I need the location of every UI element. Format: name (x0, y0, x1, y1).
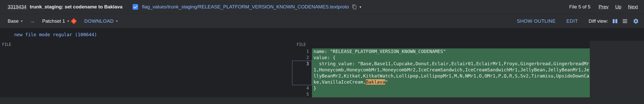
file-mode-text: new file mode regular (100644) (14, 32, 97, 37)
diff-view-controls: Diff view: (589, 18, 639, 24)
line-number-selected[interactable]: 3 (292, 61, 312, 85)
base-dropdown-label: Base (8, 18, 19, 24)
left-empty-cell (16, 48, 292, 55)
line-number[interactable]: 2 (292, 55, 312, 61)
diff-line-row: 2 value: { (0, 55, 590, 61)
chevron-down-icon: ▾ (67, 19, 69, 23)
diff-view-label: Diff view: (589, 18, 608, 24)
prev-file-link[interactable]: Prev (599, 4, 609, 10)
diff-line-row: 5 (0, 91, 590, 97)
patchset-range-arrow: → (30, 18, 35, 24)
code-line-added: string_value: "Base,Base11,Cupcake,Donut… (312, 61, 590, 85)
left-empty-cell (16, 55, 292, 61)
diff-file-header-row: FILE FILE (0, 41, 590, 48)
file-navigation: File 5 of 5 Prev Up Next (569, 4, 638, 10)
copy-icon[interactable] (352, 4, 357, 9)
diff-preferences-gear-icon[interactable] (633, 18, 639, 24)
up-link[interactable]: Up (615, 4, 621, 10)
file-mode-row: new file mode regular (100644) (0, 28, 644, 41)
diff-right-file-header: FILE (292, 42, 312, 47)
added-word-highlight: Baklava (366, 79, 385, 85)
code-line-added: } (312, 85, 590, 91)
file-dropdown-caret-icon[interactable]: ▾ (360, 5, 361, 9)
side-by-side-view-button[interactable] (612, 18, 618, 24)
line-number[interactable]: 5 (292, 91, 312, 97)
line-number[interactable]: 4 (292, 85, 312, 91)
file-path-link[interactable]: flag_values/trunk_staging/RELEASE_PLATFO… (142, 4, 349, 10)
code-line-added: value: { (312, 55, 590, 61)
toolbar-right-actions: SHOW OUTLINE EDIT Diff view: (517, 18, 639, 24)
chevron-down-icon: ▾ (116, 19, 118, 23)
code-line-added (312, 91, 590, 97)
next-file-link[interactable]: Next (628, 4, 638, 10)
left-empty-cell (16, 61, 292, 85)
patchset-dropdown-label: Patchset 1 (42, 18, 65, 24)
code-line-added: name: "RELEASE_PLATFORM_VERSION_KNOWN_CO… (312, 48, 590, 55)
base-patchset-dropdown[interactable]: Base ▾ (8, 18, 23, 24)
left-empty-cell (16, 85, 292, 91)
download-button[interactable]: DOWNLOAD ▾ (84, 18, 118, 24)
edit-button[interactable]: EDIT (566, 18, 578, 24)
chevron-down-icon: ▾ (21, 19, 23, 23)
left-empty-cell (16, 91, 292, 97)
show-outline-button[interactable]: SHOW OUTLINE (517, 18, 556, 24)
patchset-dropdown[interactable]: Patchset 1 ▾ (42, 18, 69, 24)
diff-left-file-header: FILE (0, 42, 16, 47)
diff-line-row: 4 } (0, 85, 590, 91)
diff-line-row: 3 string_value: "Base,Base11,Cupcake,Don… (0, 61, 590, 85)
reviewed-checkbox[interactable] (133, 4, 138, 10)
change-number-link[interactable]: 3319434 (8, 4, 26, 10)
line-number[interactable]: 1 (292, 48, 312, 55)
diff-toolbar: Base ▾ → Patchset 1 ▾ DOWNLOAD ▾ SHOW OU… (0, 14, 644, 28)
diff-header-bar: 3319434 trunk_staging: set codename to B… (0, 0, 644, 14)
file-counter: File 5 of 5 (569, 4, 590, 10)
unified-view-button[interactable] (622, 18, 628, 24)
code-text: string_value: "Base,Base11,Cupcake,Donut… (313, 61, 589, 85)
change-title: trunk_staging: set codename to Baklava (30, 4, 122, 10)
code-text: " (385, 79, 388, 85)
diff-line-row: 1 name: "RELEASE_PLATFORM_VERSION_KNOWN_… (0, 48, 590, 55)
gerrit-diamond-icon (70, 18, 77, 24)
download-button-label: DOWNLOAD (84, 18, 114, 24)
diff-table: FILE FILE 1 name: "RELEASE_PLATFORM_VERS… (0, 41, 590, 97)
